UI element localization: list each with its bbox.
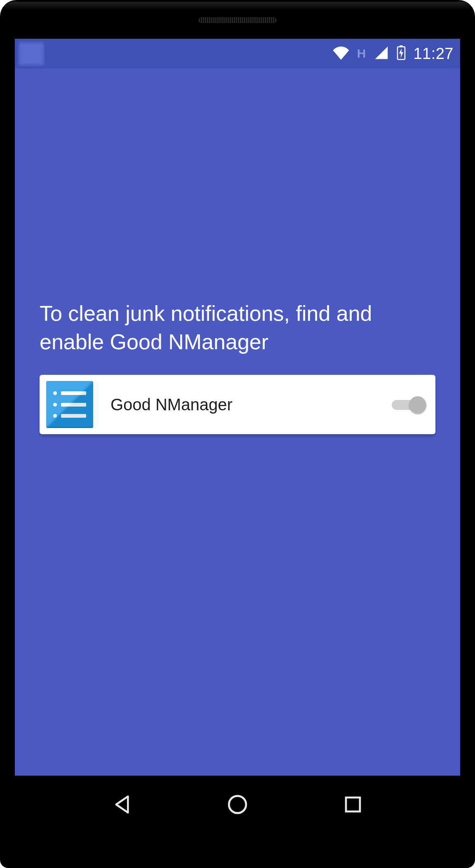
status-notification-blob	[19, 42, 44, 65]
status-icons: H 11:27	[332, 45, 454, 63]
app-name-label: Good NManager	[111, 395, 392, 414]
instruction-text: To clean junk notifications, find and en…	[40, 299, 435, 356]
network-type-label: H	[357, 47, 367, 61]
svg-rect-3	[346, 797, 360, 812]
enable-toggle[interactable]	[392, 396, 426, 413]
content-area: To clean junk notifications, find and en…	[15, 299, 460, 776]
screen: H 11:27 To clean junk notifications, fin…	[15, 39, 460, 776]
frame-bottom-edge	[4, 847, 471, 868]
app-permission-card[interactable]: Good NManager	[40, 375, 435, 434]
cellular-signal-icon	[374, 46, 389, 61]
status-clock: 11:27	[413, 45, 454, 63]
recents-button[interactable]	[341, 792, 365, 817]
navigation-bar	[15, 776, 460, 833]
speaker-grille	[198, 17, 277, 23]
battery-charging-icon	[397, 45, 406, 62]
wifi-icon	[332, 46, 350, 61]
home-button[interactable]	[225, 792, 250, 817]
svg-rect-1	[400, 45, 403, 47]
list-icon	[53, 391, 86, 418]
back-button[interactable]	[110, 792, 134, 817]
status-bar[interactable]: H 11:27	[15, 39, 460, 68]
device-frame: H 11:27 To clean junk notifications, fin…	[0, 0, 475, 868]
svg-point-2	[229, 796, 246, 813]
frame-top-edge	[4, 2, 471, 10]
app-list-icon	[46, 381, 93, 428]
